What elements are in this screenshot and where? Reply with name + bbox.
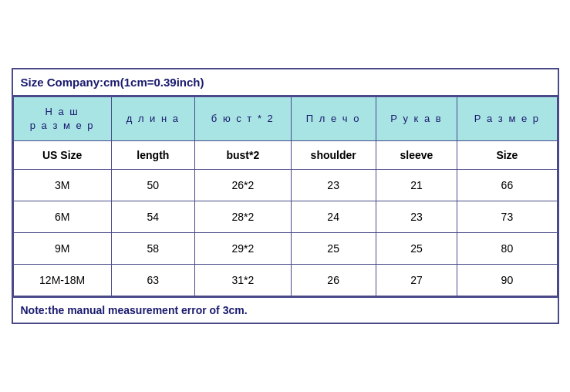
header-english-col5: sleeve [376,141,457,170]
cell-sleeve: 23 [376,201,457,233]
cell-sizeVal: 66 [457,170,557,201]
cell-sizeVal: 73 [457,201,557,233]
header-russian-col1: Н а ш р а з м е р [13,96,111,140]
cell-length: 50 [111,170,194,201]
cell-sizeVal: 80 [457,233,557,265]
cell-shoulder: 24 [291,201,376,233]
header-english-row: US Size length bust*2 shoulder sleeve Si… [13,141,557,170]
table-row: 9M5829*2252580 [13,233,557,265]
cell-shoulder: 26 [291,265,376,296]
chart-title: Size Company:cm(1cm=0.39inch) [13,69,558,96]
table-row: 12M-18M6331*2262790 [13,265,557,296]
cell-size: 12M-18M [13,265,111,296]
cell-size: 6M [13,201,111,233]
cell-sizeVal: 90 [457,265,557,296]
header-russian-col3: б ю с т * 2 [194,96,291,140]
header-russian-col6: Р а з м е р [457,96,557,140]
table-row: 3M5026*2232166 [13,170,557,201]
cell-bust: 31*2 [194,265,291,296]
cell-shoulder: 23 [291,170,376,201]
header-russian-col4: П л е ч о [291,96,376,140]
header-english-col4: shoulder [291,141,376,170]
cell-size: 3M [13,170,111,201]
header-russian-row: Н а ш р а з м е р д л и н а б ю с т * 2 … [13,96,557,140]
header-english-col6: Size [457,141,557,170]
cell-bust: 28*2 [194,201,291,233]
header-english-col1: US Size [13,141,111,170]
cell-sleeve: 27 [376,265,457,296]
cell-sleeve: 25 [376,233,457,265]
cell-length: 54 [111,201,194,233]
cell-bust: 26*2 [194,170,291,201]
header-english-col3: bust*2 [194,141,291,170]
size-chart: Size Company:cm(1cm=0.39inch) Н а ш р а … [12,68,559,324]
header-english-col2: length [111,141,194,170]
cell-sleeve: 21 [376,170,457,201]
header-russian-col5: Р у к а в [376,96,457,140]
cell-length: 58 [111,233,194,265]
cell-length: 63 [111,265,194,296]
cell-size: 9M [13,233,111,265]
chart-note: Note:the manual measurement error of 3cm… [13,296,558,323]
header-russian-col2: д л и н а [111,96,194,140]
table-row: 6M5428*2242373 [13,201,557,233]
cell-shoulder: 25 [291,233,376,265]
cell-bust: 29*2 [194,233,291,265]
